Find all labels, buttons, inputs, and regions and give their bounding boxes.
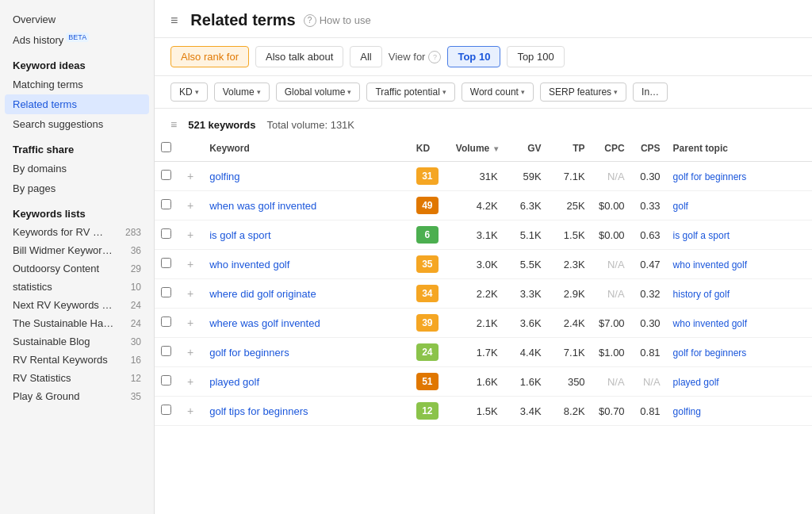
- cps-cell-7: N/A: [631, 367, 667, 397]
- sidebar-list-item-6[interactable]: Sustainable Blog 30: [0, 332, 154, 351]
- parent-link-6[interactable]: golf for beginners: [673, 347, 747, 359]
- header: ≡ Related terms ? How to use: [155, 0, 812, 38]
- keyword-link-6[interactable]: golf for beginners: [209, 347, 289, 359]
- parent-link-8[interactable]: golfing: [673, 406, 701, 417]
- sidebar-list-item-5[interactable]: The Sustainable Ha… 24: [0, 314, 154, 332]
- cps-cell-1: 0.33: [631, 191, 667, 221]
- parent-link-4[interactable]: history of golf: [673, 289, 730, 300]
- add-btn-0[interactable]: +: [178, 162, 203, 191]
- parent-link-3[interactable]: who invented golf: [673, 259, 747, 270]
- row-checkbox-8[interactable]: [155, 397, 178, 426]
- row-checkbox-0[interactable]: [155, 162, 178, 191]
- sidebar-list-item-2[interactable]: Outdoorsy Content 29: [0, 259, 154, 278]
- also-talk-about-tab[interactable]: Also talk about: [255, 46, 343, 67]
- sidebar-list-item-8[interactable]: RV Statistics 12: [0, 369, 154, 387]
- sidebar-item-ads-history[interactable]: Ads historyBETA: [0, 29, 154, 50]
- add-btn-7[interactable]: +: [178, 367, 203, 397]
- keyword-link-5[interactable]: where was golf invented: [209, 317, 320, 329]
- select-all-header[interactable]: [155, 137, 178, 162]
- volume-col-header[interactable]: Volume ▾: [450, 137, 504, 162]
- serp-features-filter-btn[interactable]: SERP features ▾: [540, 82, 626, 102]
- gv-cell-3: 5.5K: [504, 250, 548, 279]
- cpc-cell-1: $0.00: [592, 191, 631, 221]
- table-row: + played golf 51 1.6K 1.6K 350 N/A N/A p…: [155, 367, 812, 397]
- keyword-link-7[interactable]: played golf: [209, 376, 259, 388]
- keyword-link-3[interactable]: who invented golf: [209, 259, 289, 270]
- also-rank-for-tab[interactable]: Also rank for: [170, 46, 249, 67]
- cpc-cell-8: $0.70: [592, 397, 631, 426]
- row-checkbox-5[interactable]: [155, 309, 178, 338]
- kd-col-header[interactable]: KD: [410, 137, 450, 162]
- keyword-link-4[interactable]: where did golf originate: [209, 288, 316, 300]
- parent-cell-6: golf for beginners: [667, 338, 812, 367]
- volume-cell-1: 4.2K: [450, 191, 504, 221]
- all-tab[interactable]: All: [350, 46, 381, 67]
- cpc-cell-7: N/A: [592, 367, 631, 397]
- sidebar-list-item-0[interactable]: Keywords for RV … 283: [0, 223, 154, 241]
- keyword-link-1[interactable]: when was golf invented: [209, 200, 316, 212]
- cpc-col-header: CPC: [592, 137, 631, 162]
- add-btn-6[interactable]: +: [178, 338, 203, 367]
- kd-cell-1: 49: [410, 191, 450, 221]
- sidebar-list-item-4[interactable]: Next RV Keywords … 24: [0, 296, 154, 314]
- parent-cell-3: who invented golf: [667, 250, 812, 279]
- parent-cell-1: golf: [667, 191, 812, 221]
- serp-dropdown-icon: ▾: [614, 88, 618, 96]
- gv-cell-0: 59K: [504, 162, 548, 191]
- sidebar-item-related-terms[interactable]: Related terms: [5, 94, 149, 114]
- kd-cell-2: 6: [410, 221, 450, 250]
- tp-cell-0: 7.1K: [548, 162, 592, 191]
- kd-dropdown-icon: ▾: [195, 88, 199, 96]
- filter-bar: Also rank for Also talk about All View f…: [155, 38, 812, 76]
- sidebar-item-matching-terms[interactable]: Matching terms: [0, 75, 154, 94]
- add-btn-4[interactable]: +: [178, 279, 203, 309]
- sidebar-item-by-domains[interactable]: By domains: [0, 159, 154, 178]
- parent-cell-5: who invented golf: [667, 309, 812, 338]
- word-count-filter-btn[interactable]: Word count ▾: [462, 82, 534, 102]
- menu-icon[interactable]: ≡: [170, 13, 178, 28]
- sidebar-item-search-suggestions[interactable]: Search suggestions: [0, 114, 154, 134]
- parent-cell-4: history of golf: [667, 279, 812, 309]
- sidebar-list-item-3[interactable]: statistics 10: [0, 278, 154, 296]
- top-100-tab[interactable]: Top 100: [507, 46, 564, 67]
- help-link[interactable]: ? How to use: [304, 14, 371, 27]
- add-btn-1[interactable]: +: [178, 191, 203, 221]
- row-checkbox-6[interactable]: [155, 338, 178, 367]
- parent-link-1[interactable]: golf: [673, 201, 688, 212]
- traffic-potential-filter-btn[interactable]: Traffic potential ▾: [366, 82, 454, 102]
- in-filter-btn[interactable]: In…: [633, 82, 668, 102]
- sidebar-list-item-9[interactable]: Play & Ground 35: [0, 387, 154, 405]
- parent-link-5[interactable]: who invented golf: [673, 318, 747, 329]
- add-btn-8[interactable]: +: [178, 397, 203, 426]
- kd-badge-2: 6: [416, 226, 439, 244]
- add-btn-2[interactable]: +: [178, 221, 203, 250]
- sidebar-item-overview[interactable]: Overview: [0, 10, 154, 29]
- parent-link-2[interactable]: is golf a sport: [673, 230, 730, 241]
- keyword-link-0[interactable]: golfing: [209, 171, 239, 182]
- sidebar-list-item-1[interactable]: Bill Widmer Keywor… 36: [0, 241, 154, 259]
- top-10-tab[interactable]: Top 10: [447, 46, 500, 67]
- keyword-link-8[interactable]: golf tips for beginners: [209, 405, 308, 417]
- tp-cell-5: 2.4K: [548, 309, 592, 338]
- sidebar-list-item-7[interactable]: RV Rental Keywords 16: [0, 351, 154, 369]
- row-checkbox-4[interactable]: [155, 279, 178, 309]
- table-menu-icon[interactable]: ≡: [170, 118, 177, 131]
- row-checkbox-7[interactable]: [155, 367, 178, 397]
- add-btn-3[interactable]: +: [178, 250, 203, 279]
- tp-cell-6: 7.1K: [548, 338, 592, 367]
- row-checkbox-1[interactable]: [155, 191, 178, 221]
- row-checkbox-3[interactable]: [155, 250, 178, 279]
- volume-filter-btn[interactable]: Volume ▾: [214, 82, 270, 102]
- select-all-checkbox[interactable]: [161, 142, 171, 152]
- parent-link-0[interactable]: golf for beginners: [673, 171, 747, 182]
- add-btn-5[interactable]: +: [178, 309, 203, 338]
- parent-link-7[interactable]: played golf: [673, 377, 719, 388]
- page-title: Related terms: [190, 11, 295, 29]
- row-checkbox-2[interactable]: [155, 221, 178, 250]
- sidebar-item-by-pages[interactable]: By pages: [0, 178, 154, 198]
- kd-badge-4: 34: [416, 285, 439, 302]
- keyword-link-2[interactable]: is golf a sport: [209, 229, 270, 241]
- tp-col-header: TP: [548, 137, 592, 162]
- global-volume-filter-btn[interactable]: Global volume ▾: [276, 82, 361, 102]
- kd-filter-btn[interactable]: KD ▾: [170, 82, 208, 102]
